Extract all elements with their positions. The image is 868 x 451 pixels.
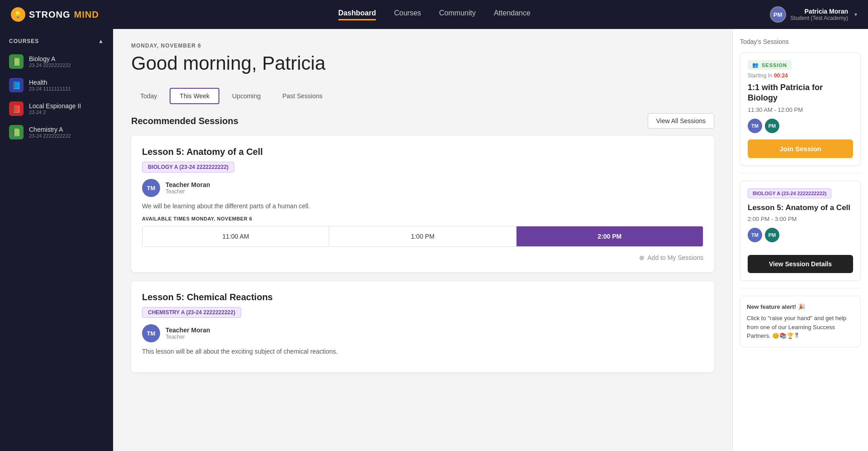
course-icon-espionage: 📕 xyxy=(9,101,24,116)
teacher-avatar-2: TM xyxy=(142,324,160,342)
teacher-info: TM Teacher Moran Teacher xyxy=(142,179,703,197)
date-label: Monday, November 6 xyxy=(131,43,714,49)
panel-avatar-tm: TM xyxy=(748,119,762,133)
section-header: Recommended Sessions View All Sessions xyxy=(131,113,714,129)
chevron-down-icon: ▾ xyxy=(854,11,857,18)
course-name: Local Espionage II xyxy=(29,102,81,110)
plus-icon: ⊕ xyxy=(639,254,645,261)
time-slot-2pm[interactable]: 2:00 PM xyxy=(517,226,703,246)
nav-links: Dashboard Courses Community Attendance xyxy=(99,9,770,20)
panel-session-title-1: 1:1 with Patricia for Biology xyxy=(748,82,853,104)
user-menu[interactable]: PM Patricia Moran Student (Test Academy)… xyxy=(770,6,857,23)
panel-session-card-2: BIOLOGY A (23-24 2222222222) Lesson 5: A… xyxy=(740,181,861,281)
view-all-sessions-button[interactable]: View All Sessions xyxy=(648,113,714,129)
sidebar-section-courses: Courses ▲ xyxy=(0,38,113,50)
nav-courses[interactable]: Courses xyxy=(394,9,421,20)
tab-this-week[interactable]: This Week xyxy=(170,88,219,104)
course-code: 23-24 1111111111 xyxy=(29,86,71,91)
teacher-info-2: TM Teacher Moran Teacher xyxy=(142,324,703,342)
panel-session-time-1: 11:30 AM - 12:00 PM xyxy=(748,106,853,113)
panel-avatars-1: TM PM xyxy=(748,119,853,133)
session-title-chemical: Lesson 5: Chemical Reactions xyxy=(142,292,703,302)
session-description-2: This lesson will be all about the exciti… xyxy=(142,348,703,355)
people-icon: 👥 xyxy=(752,62,759,68)
course-info: Biology A 23-24 2222222222 xyxy=(29,55,71,68)
teacher-name: Teacher Moran xyxy=(166,181,210,188)
divider-2 xyxy=(740,288,861,288)
course-name: Health xyxy=(29,79,71,86)
teacher-details: Teacher Moran Teacher xyxy=(166,181,210,195)
logo[interactable]: 💡 STRONGMIND xyxy=(11,7,99,22)
course-icon-health: 📘 xyxy=(9,78,24,92)
course-info: Health 23-24 1111111111 xyxy=(29,79,71,91)
course-name: Chemistry A xyxy=(29,126,71,133)
course-info: Local Espionage II 23-24 2 xyxy=(29,102,81,115)
panel-course-tag: BIOLOGY A (23-24 2222222222) xyxy=(748,188,831,198)
teacher-role-2: Teacher xyxy=(166,334,210,340)
tab-today[interactable]: Today xyxy=(131,89,166,103)
nav-attendance[interactable]: Attendance xyxy=(494,9,531,20)
starting-in: Starting In 00:24 xyxy=(748,72,853,79)
nav-dashboard[interactable]: Dashboard xyxy=(338,9,376,20)
greeting: Good morning, Patricia xyxy=(131,53,714,74)
course-icon-biology: 📗 xyxy=(9,54,24,69)
top-navigation: 💡 STRONGMIND Dashboard Courses Community… xyxy=(0,0,868,29)
add-to-sessions-button[interactable]: ⊕ Add to My Sessions xyxy=(639,254,703,261)
course-tag-chemistry: CHEMISTRY A (23-24 2222222222) xyxy=(142,307,241,318)
teacher-role: Teacher xyxy=(166,188,210,195)
logo-text-strong: STRONG xyxy=(29,10,71,20)
panel-session-time-2: 2:00 PM - 3:00 PM xyxy=(748,216,853,222)
available-label: Available Times Monday, November 6 xyxy=(142,216,703,221)
right-panel: Today's Sessions 👥 SESSION Starting In 0… xyxy=(732,29,868,451)
course-code: 23-24 2222222222 xyxy=(29,62,71,68)
sidebar-section-label: Courses xyxy=(9,38,39,44)
panel-avatars-2: TM PM xyxy=(748,228,853,242)
time-slot-1pm[interactable]: 1:00 PM xyxy=(329,226,516,246)
logo-text-mind: MIND xyxy=(74,10,99,20)
nav-community[interactable]: Community xyxy=(439,9,476,20)
add-session-label: Add to My Sessions xyxy=(647,254,703,261)
course-code: 23-24 2222222222 xyxy=(29,133,71,139)
sidebar-item-local-espionage[interactable]: 📕 Local Espionage II 23-24 2 xyxy=(0,97,113,120)
course-name: Biology A xyxy=(29,55,71,62)
logo-icon: 💡 xyxy=(11,7,25,22)
user-role: Student (Test Academy) xyxy=(791,15,848,21)
user-info: Patricia Moran Student (Test Academy) xyxy=(791,8,848,21)
session-tabs: Today This Week Upcoming Past Sessions xyxy=(131,88,714,104)
sidebar-item-chemistry-a[interactable]: 📗 Chemistry A 23-24 2222222222 xyxy=(0,120,113,144)
view-session-details-button[interactable]: View Session Details xyxy=(748,255,853,273)
course-code: 23-24 2 xyxy=(29,110,81,115)
user-name: Patricia Moran xyxy=(791,8,848,15)
chevron-up-icon: ▲ xyxy=(98,38,104,44)
sidebar: Courses ▲ 📗 Biology A 23-24 2222222222 📘… xyxy=(0,29,113,451)
feature-alert-title: New feature alert! 🎉 xyxy=(747,302,854,312)
section-title: Recommended Sessions xyxy=(131,116,238,126)
session-badge: 👥 SESSION xyxy=(748,60,792,70)
panel-avatar-pm: PM xyxy=(765,119,779,133)
panel-session-card-1: 👥 SESSION Starting In 00:24 1:1 with Pat… xyxy=(740,53,861,166)
course-info: Chemistry A 23-24 2222222222 xyxy=(29,126,71,139)
join-session-button[interactable]: Join Session xyxy=(748,139,853,158)
session-card-chemical: Lesson 5: Chemical Reactions CHEMISTRY A… xyxy=(131,281,714,372)
countdown: 00:24 xyxy=(774,72,788,79)
session-card-anatomy: Lesson 5: Anatomy of a Cell BIOLOGY A (2… xyxy=(131,136,714,272)
session-title-anatomy: Lesson 5: Anatomy of a Cell xyxy=(142,147,703,157)
time-slot-11am[interactable]: 11:00 AM xyxy=(142,226,329,246)
badge-label: SESSION xyxy=(762,62,787,68)
avatar: PM xyxy=(770,6,786,23)
teacher-avatar: TM xyxy=(142,179,160,197)
teacher-name-2: Teacher Moran xyxy=(166,326,210,334)
feature-alert: New feature alert! 🎉 Click to "raise you… xyxy=(740,296,861,347)
course-tag-biology: BIOLOGY A (23-24 2222222222) xyxy=(142,162,234,173)
course-icon-chemistry: 📗 xyxy=(9,125,24,139)
tab-past-sessions[interactable]: Past Sessions xyxy=(273,89,332,103)
sidebar-item-health[interactable]: 📘 Health 23-24 1111111111 xyxy=(0,73,113,97)
panel-avatar-tm-2: TM xyxy=(748,228,762,242)
divider xyxy=(740,173,861,173)
time-slots: 11:00 AM 1:00 PM 2:00 PM xyxy=(142,226,703,247)
starting-in-label: Starting In xyxy=(748,72,773,79)
panel-session-title-2: Lesson 5: Anatomy of a Cell xyxy=(748,203,853,213)
tab-upcoming[interactable]: Upcoming xyxy=(223,89,270,103)
sidebar-item-biology-a[interactable]: 📗 Biology A 23-24 2222222222 xyxy=(0,50,113,73)
session-description: We will be learning about the different … xyxy=(142,202,703,210)
